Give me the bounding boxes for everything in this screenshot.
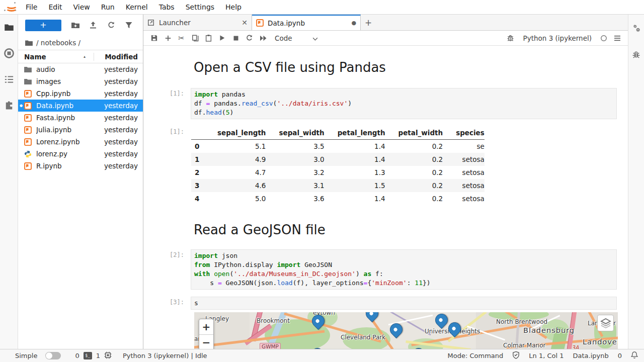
zoom-out-button[interactable]: − [199, 334, 213, 349]
new-folder-icon[interactable] [66, 19, 85, 31]
file-row-Data.ipynb[interactable]: ●Data.ipynbyesterday [18, 100, 143, 112]
dataframe-table: sepal_lengthsepal_widthpetal_lengthpetal… [191, 126, 485, 205]
name-column-header[interactable]: Name ▴ [18, 53, 94, 61]
cell-type-dropdown[interactable]: Code [275, 34, 318, 42]
property-inspector-gears-icon[interactable] [632, 24, 641, 34]
breadcrumb[interactable]: / notebooks / [18, 36, 143, 50]
code-editor[interactable]: import jsonfrom IPython.display import G… [191, 249, 617, 290]
file-modified: yesterday [92, 150, 143, 158]
stop-icon[interactable] [229, 32, 243, 44]
notebook-icon [24, 89, 32, 98]
extensions-puzzle-icon[interactable] [4, 100, 15, 111]
tab-label: Launcher [159, 19, 191, 27]
upload-icon[interactable] [85, 19, 103, 31]
file-row-audio[interactable]: audioyesterday [18, 63, 143, 75]
bell-icon[interactable] [631, 351, 638, 360]
menu-edit[interactable]: Edit [43, 1, 67, 14]
notebook-icon [24, 126, 32, 134]
folder-icon [24, 65, 32, 73]
kernel-status-text[interactable]: Python 3 (ipykernel) | Idle [123, 352, 207, 359]
geojson-leaflet-map[interactable]: eytownLangleyBrookmontarGWMPCleveland Pa… [194, 312, 618, 349]
menu-kernel[interactable]: Kernel [120, 1, 153, 14]
menu-view[interactable]: View [68, 1, 96, 14]
file-row-Lorenz.ipynb[interactable]: Lorenz.ipynbyesterday [18, 136, 143, 148]
file-name: R.ipynb [36, 162, 92, 170]
restart-run-all-icon[interactable] [256, 32, 270, 44]
code-editor[interactable]: s [191, 297, 617, 310]
active-file-name[interactable]: Data.ipynb [573, 352, 608, 359]
code-cell-2[interactable]: [2]: import jsonfrom IPython.display imp… [143, 249, 617, 290]
kernel-chip-icon[interactable] [104, 351, 112, 360]
kernels-count: 1 [96, 352, 100, 359]
terminal-icon[interactable]: $_ [84, 352, 92, 359]
kernel-name[interactable]: Python 3 (ipykernel) [523, 34, 592, 42]
cut-icon[interactable]: ✂ [175, 32, 188, 44]
file-row-lorenz.py[interactable]: lorenz.pyyesterday [18, 148, 143, 160]
insert-cell-icon[interactable] [161, 32, 175, 44]
modified-column-header[interactable]: Modified [94, 53, 143, 61]
notebook-content[interactable]: Open a CSV file using Pandas [1]: import… [143, 46, 628, 349]
close-icon[interactable]: ✕ [242, 19, 248, 27]
input-prompt: [1]: [143, 88, 191, 119]
file-browser-folder-icon[interactable] [4, 22, 15, 33]
jupyter-logo-icon [4, 2, 16, 12]
map-zoom-control: + − [199, 319, 214, 349]
file-row-images[interactable]: imagesyesterday [18, 75, 143, 87]
add-tab-button[interactable]: + [361, 15, 376, 30]
input-prompt: [2]: [143, 249, 191, 290]
map-label: Brookmont [257, 317, 290, 324]
jupyterlab-window: FileEditViewRunKernelTabsSettingsHelp [0, 0, 644, 362]
copy-icon[interactable] [188, 32, 202, 44]
running-sessions-icon[interactable] [4, 48, 15, 59]
new-launcher-button[interactable]: + [25, 20, 61, 31]
paste-icon[interactable] [202, 32, 215, 44]
right-sidebar [628, 15, 644, 349]
layers-control-icon[interactable] [597, 315, 614, 331]
code-cell-3[interactable]: [3]: s [143, 297, 617, 310]
command-mode-indicator[interactable]: Mode: Command [448, 352, 504, 359]
menu-settings[interactable]: Settings [180, 1, 220, 14]
map-label: Bladensburg [523, 326, 575, 334]
code-line: df = pandas.read_csv('../data/iris.csv') [194, 99, 613, 108]
file-modified: yesterday [92, 126, 143, 134]
file-name: images [36, 77, 92, 85]
debugger-bug-icon[interactable] [504, 32, 517, 44]
file-name: lorenz.py [36, 150, 92, 158]
file-row-R.ipynb[interactable]: R.ipynbyesterday [18, 160, 143, 172]
code-line: s = GeoJSON(json.load(f), layer_options=… [194, 279, 613, 288]
menu-file[interactable]: File [20, 1, 43, 14]
map-marker-pin[interactable] [363, 312, 381, 322]
file-browser-panel: + / notebooks / Name [18, 15, 143, 349]
code-editor[interactable]: import pandasdf = pandas.read_csv('../da… [191, 88, 617, 119]
filter-icon[interactable] [120, 19, 138, 31]
output-prompt: [1]: [143, 126, 191, 205]
debugger-bug-icon[interactable] [632, 50, 640, 60]
kernel-status-icon[interactable] [597, 32, 610, 44]
file-modified: yesterday [92, 102, 143, 110]
run-icon[interactable] [215, 32, 229, 44]
refresh-icon[interactable] [102, 19, 120, 31]
cursor-position[interactable]: Ln 1, Col 1 [529, 352, 564, 359]
trust-shield-icon[interactable] [512, 351, 520, 360]
map-marker-pin[interactable] [433, 312, 450, 329]
file-row-Julia.ipynb[interactable]: Julia.ipynbyesterday [18, 124, 143, 136]
table-of-contents-icon[interactable] [4, 74, 15, 85]
file-row-Cpp.ipynb[interactable]: Cpp.ipynbyesterday [18, 87, 143, 100]
hamburger-menu-icon[interactable] [610, 32, 624, 44]
simple-mode-toggle[interactable] [45, 352, 61, 359]
restart-icon[interactable] [243, 32, 256, 44]
home-folder-icon [25, 40, 33, 46]
tab-data-ipynb[interactable]: Data.ipynb ● [252, 15, 361, 30]
menu-help[interactable]: Help [220, 1, 247, 14]
notebook-toolbar: ✂ Code [143, 31, 628, 46]
tab-launcher[interactable]: Launcher ✕ [143, 15, 252, 30]
table-row: 24.73.21.30.2setosa [191, 166, 485, 179]
save-icon[interactable] [147, 32, 161, 44]
menu-tabs[interactable]: Tabs [153, 1, 180, 14]
tab-label: Data.ipynb [268, 19, 305, 27]
menu-run[interactable]: Run [96, 1, 120, 14]
code-cell-1[interactable]: [1]: import pandasdf = pandas.read_csv('… [143, 88, 617, 119]
dirty-indicator-icon[interactable]: ● [351, 20, 356, 26]
zoom-in-button[interactable]: + [199, 319, 213, 334]
file-row-Fasta.ipynb[interactable]: Fasta.ipynbyesterday [18, 112, 143, 124]
